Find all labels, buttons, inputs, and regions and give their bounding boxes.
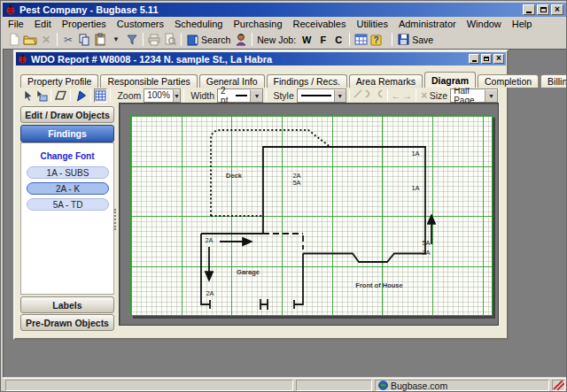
house-outline[interactable] bbox=[263, 147, 425, 262]
diagram-mark-2a[interactable]: 2A bbox=[205, 236, 213, 244]
drawing-panel: Deck 2A 5A 1A 1A 2A 2A Garage Front of H… bbox=[119, 103, 499, 326]
svg-text:?: ? bbox=[374, 35, 379, 45]
arrow-left-icon[interactable]: ← bbox=[391, 89, 401, 102]
sidebar: Edit / Draw Objects Findings Change Font… bbox=[20, 104, 114, 331]
zoom-dropdown[interactable]: 100% ▼ bbox=[144, 88, 181, 103]
diagram-label-garage[interactable]: Garage bbox=[237, 268, 260, 276]
pointer-tool-icon[interactable] bbox=[20, 88, 34, 103]
report-close-button[interactable]: × bbox=[493, 54, 504, 64]
change-font-link[interactable]: Change Font bbox=[21, 151, 113, 161]
copy-icon[interactable] bbox=[76, 32, 92, 47]
status-grip[interactable] bbox=[552, 380, 565, 391]
report-bug-icon bbox=[18, 54, 27, 64]
menu-edit[interactable]: Edit bbox=[29, 18, 57, 30]
menu-properties[interactable]: Properties bbox=[57, 18, 112, 30]
garage-door-post[interactable] bbox=[260, 299, 268, 310]
open-folder-icon[interactable] bbox=[22, 32, 38, 47]
sidebar-section-edit-draw[interactable]: Edit / Draw Objects bbox=[20, 106, 114, 123]
filter-funnel-icon[interactable] bbox=[124, 32, 140, 47]
arc-right-tool-icon[interactable] bbox=[363, 88, 374, 102]
connection-indicator-icon bbox=[553, 380, 564, 390]
chevron-down-icon: ▼ bbox=[173, 89, 180, 102]
cut-icon[interactable]: ✂ bbox=[60, 32, 76, 47]
menu-customers[interactable]: Customers bbox=[112, 18, 169, 30]
status-site-label: Bugbase.com bbox=[391, 380, 447, 391]
size-value: Half Page bbox=[451, 89, 485, 102]
multi-select-tool-icon[interactable] bbox=[34, 88, 47, 103]
diagram-mark-2a[interactable]: 2A bbox=[206, 289, 214, 297]
tab-property-profile[interactable]: Property Profile bbox=[20, 74, 98, 88]
status-panel-1 bbox=[5, 380, 293, 391]
paste-icon[interactable] bbox=[92, 32, 108, 47]
calendar-icon[interactable] bbox=[353, 32, 369, 47]
menu-scheduling[interactable]: Scheduling bbox=[169, 18, 228, 30]
menu-receivables[interactable]: Receivables bbox=[288, 18, 352, 30]
menu-administrator[interactable]: Administrator bbox=[393, 18, 462, 30]
menu-utilities[interactable]: Utilities bbox=[351, 18, 392, 30]
save-label: Save bbox=[412, 35, 433, 45]
grid-toggle-icon[interactable] bbox=[94, 88, 108, 103]
finding-item-5a-td[interactable]: 5A - TD bbox=[27, 198, 109, 211]
save-disk-icon bbox=[398, 34, 409, 45]
style-line-sample bbox=[301, 95, 331, 96]
zoom-label: Zoom bbox=[117, 90, 141, 101]
size-dropdown[interactable]: Half Page ▼ bbox=[450, 88, 498, 103]
close-button[interactable]: × bbox=[551, 4, 563, 15]
finding-item-2a-k[interactable]: 2A - K bbox=[27, 182, 109, 195]
width-line-sample bbox=[236, 95, 248, 96]
diagram-label-deck[interactable]: Deck bbox=[226, 172, 242, 180]
print-preview-icon[interactable] bbox=[162, 32, 178, 47]
print-icon[interactable] bbox=[146, 32, 162, 47]
tab-area-remarks[interactable]: Area Remarks bbox=[349, 74, 423, 88]
assistant-person-icon[interactable] bbox=[233, 32, 249, 47]
diagram-mark-2a[interactable]: 2A bbox=[422, 249, 430, 257]
report-titlebar[interactable]: WDO Report # W8008 - 1234 N. sample St.,… bbox=[16, 52, 506, 65]
new-document-icon[interactable] bbox=[6, 32, 22, 47]
app-titlebar[interactable]: Pest Company - Bugbase 5.11 × bbox=[3, 3, 566, 17]
dropdown-arrow-icon[interactable]: ▼ bbox=[108, 32, 124, 47]
style-dropdown[interactable]: ▼ bbox=[297, 88, 346, 103]
search-button[interactable]: Search bbox=[184, 34, 233, 46]
diagram-mark-5a[interactable]: 5A bbox=[292, 179, 300, 187]
line-tool-icon[interactable] bbox=[353, 88, 363, 102]
sidebar-section-labels[interactable]: Labels bbox=[20, 296, 114, 313]
diagram-canvas[interactable]: Deck 2A 5A 1A 1A 2A 2A Garage Front of H… bbox=[130, 115, 493, 316]
tab-findings-recs[interactable]: Findings / Recs. bbox=[267, 74, 347, 88]
save-button[interactable]: Save bbox=[395, 34, 436, 45]
diagram-mark-5a[interactable]: 5A bbox=[422, 239, 430, 247]
tab-billing[interactable]: Billing bbox=[540, 74, 567, 88]
diagram-mark-1a[interactable]: 1A bbox=[411, 184, 419, 192]
dashed-wall[interactable] bbox=[263, 234, 303, 250]
chevron-down-icon: ▼ bbox=[250, 89, 262, 102]
tab-completion[interactable]: Completion bbox=[478, 74, 539, 88]
search-label: Search bbox=[201, 35, 230, 45]
screen: { "app": { "title": "Pest Company - Bugb… bbox=[0, 0, 567, 392]
menu-window[interactable]: Window bbox=[462, 18, 507, 30]
delete-object-icon[interactable]: × bbox=[419, 89, 430, 102]
maximize-button[interactable] bbox=[537, 4, 549, 15]
tab-responsible-parties[interactable]: Responsible Parties bbox=[100, 74, 197, 88]
menu-purchasing[interactable]: Purchasing bbox=[228, 18, 287, 30]
arc-left-tool-icon[interactable] bbox=[374, 88, 384, 102]
diagram-mark-1a[interactable]: 1A bbox=[411, 150, 419, 158]
minimize-button[interactable] bbox=[523, 4, 535, 15]
new-job-wdo-button[interactable]: W bbox=[298, 35, 315, 45]
new-job-c-button[interactable]: C bbox=[330, 35, 346, 45]
diagram-label-front-of-house[interactable]: Front of House bbox=[355, 281, 402, 289]
arrow-right-icon[interactable]: → bbox=[401, 89, 412, 102]
finding-item-1a-subs[interactable]: 1A - SUBS bbox=[27, 166, 109, 179]
flag-tool-icon[interactable] bbox=[74, 88, 87, 103]
sidebar-section-predrawn[interactable]: Pre-Drawn Objects bbox=[20, 314, 114, 331]
report-maximize-button[interactable] bbox=[481, 54, 492, 64]
area-tool-icon[interactable] bbox=[54, 88, 67, 103]
tab-diagram[interactable]: Diagram bbox=[424, 72, 476, 88]
report-minimize-button[interactable] bbox=[469, 54, 479, 64]
new-job-f-button[interactable]: F bbox=[315, 35, 330, 45]
menu-file[interactable]: File bbox=[3, 18, 29, 30]
chevron-down-icon: ▼ bbox=[485, 89, 497, 102]
sidebar-section-findings[interactable]: Findings bbox=[20, 125, 114, 142]
delete-icon[interactable]: ✕ bbox=[38, 32, 54, 47]
width-dropdown[interactable]: 2 pt ▼ bbox=[217, 88, 263, 103]
help-book-icon[interactable]: ? bbox=[369, 32, 384, 47]
menu-help[interactable]: Help bbox=[507, 18, 538, 30]
